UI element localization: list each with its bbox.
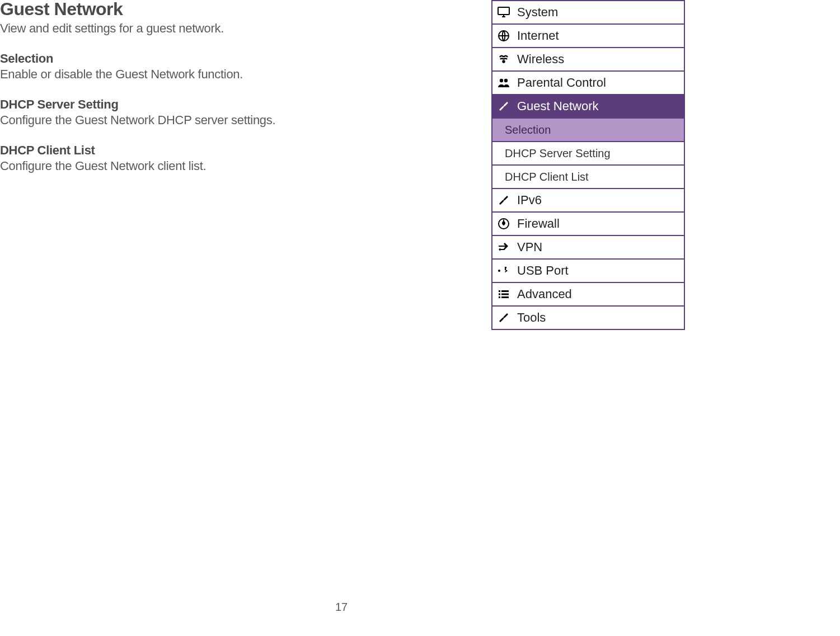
nav-item-advanced[interactable]: Advanced	[492, 283, 684, 307]
nav-sub-label: DHCP Client List	[505, 171, 589, 183]
section-title: DHCP Client List	[0, 143, 487, 158]
section-desc: Enable or disable the Guest Network func…	[0, 67, 487, 82]
page-title: Guest Network	[0, 0, 487, 18]
nav-label: USB Port	[517, 263, 569, 278]
nav-label: IPv6	[517, 193, 542, 208]
nav-sub-label: Selection	[505, 124, 551, 136]
svg-rect-12	[499, 296, 500, 298]
svg-rect-13	[501, 296, 509, 298]
signal-icon	[496, 51, 511, 67]
list-icon	[496, 286, 511, 302]
svg-point-3	[500, 79, 503, 82]
nav-item-internet[interactable]: Internet	[492, 25, 684, 48]
nav-sub-selection[interactable]: Selection	[492, 119, 684, 142]
nav-label: Tools	[517, 310, 546, 325]
svg-point-6	[498, 270, 500, 272]
nav-panel: System Internet Wireless Parental Contro…	[491, 0, 685, 330]
nav-sub-label: DHCP Server Setting	[505, 147, 611, 160]
nav-label: Parental Control	[517, 76, 606, 90]
tools-icon	[496, 98, 511, 114]
tools-icon	[496, 310, 511, 326]
nav-label: Firewall	[517, 216, 560, 231]
nav-label: Internet	[517, 29, 559, 43]
nav-item-vpn[interactable]: VPN	[492, 236, 684, 260]
svg-point-2	[503, 61, 505, 63]
nav-sub-dhcp-server[interactable]: DHCP Server Setting	[492, 142, 684, 166]
nav-label: Guest Network	[517, 99, 599, 114]
nav-item-wireless[interactable]: Wireless	[492, 48, 684, 72]
svg-rect-9	[501, 290, 509, 292]
page-number: 17	[0, 601, 683, 614]
monitor-icon	[496, 4, 511, 20]
content-column: Guest Network View and edit settings for…	[0, 0, 487, 173]
usb-icon	[496, 263, 511, 279]
users-icon	[496, 75, 511, 91]
nav-item-ipv6[interactable]: IPv6	[492, 189, 684, 213]
page-description: View and edit settings for a guest netwo…	[0, 21, 487, 36]
section-selection: Selection Enable or disable the Guest Ne…	[0, 51, 487, 82]
nav-label: Advanced	[517, 287, 572, 301]
nav-item-parental-control[interactable]: Parental Control	[492, 72, 684, 95]
tools-icon	[496, 192, 511, 208]
svg-rect-8	[499, 290, 500, 292]
svg-rect-7	[505, 267, 506, 268]
section-title: DHCP Server Setting	[0, 97, 487, 112]
svg-point-4	[504, 79, 508, 82]
nav-item-firewall[interactable]: Firewall	[492, 213, 684, 236]
nav-label: System	[517, 5, 558, 20]
section-title: Selection	[0, 51, 487, 66]
nav-sub-dhcp-client[interactable]: DHCP Client List	[492, 166, 684, 189]
svg-rect-0	[498, 7, 509, 15]
nav-item-tools[interactable]: Tools	[492, 307, 684, 330]
globe-icon	[496, 28, 511, 44]
fire-icon	[496, 216, 511, 232]
svg-rect-10	[499, 294, 500, 295]
section-desc: Configure the Guest Network DHCP server …	[0, 113, 487, 128]
section-desc: Configure the Guest Network client list.	[0, 159, 487, 173]
nav-label: Wireless	[517, 52, 564, 67]
svg-rect-11	[501, 294, 509, 295]
nav-label: VPN	[517, 240, 542, 255]
nav-item-guest-network[interactable]: Guest Network	[492, 95, 684, 119]
nav-item-system[interactable]: System	[492, 1, 684, 25]
arrows-icon	[496, 239, 511, 255]
nav-item-usb-port[interactable]: USB Port	[492, 260, 684, 283]
section-dhcp-client: DHCP Client List Configure the Guest Net…	[0, 143, 487, 173]
section-dhcp-server: DHCP Server Setting Configure the Guest …	[0, 97, 487, 128]
